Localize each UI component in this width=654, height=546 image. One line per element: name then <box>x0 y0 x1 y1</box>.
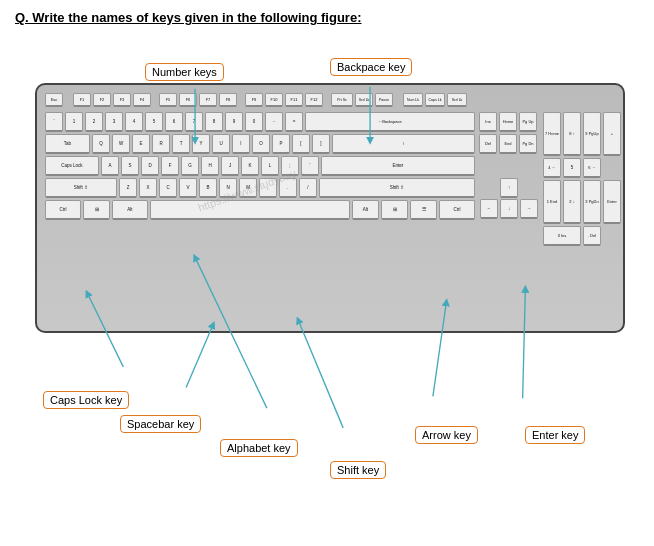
key-l: L <box>261 156 279 176</box>
key-semicolon: ; <box>281 156 299 176</box>
key-k: K <box>241 156 259 176</box>
key-w: W <box>112 134 130 154</box>
label-enter-key: Enter key <box>525 426 585 444</box>
key-num1: 1 End <box>543 180 561 224</box>
svg-line-3 <box>186 325 213 388</box>
key-period: . <box>279 178 297 198</box>
key-space <box>150 200 350 220</box>
key-num5: 5 <box>563 158 581 178</box>
key-f8: F8 <box>219 93 237 107</box>
key-r: R <box>152 134 170 154</box>
diagram-area: Esc F1 F2 F3 F4 F5 F6 F7 F8 F9 F10 F11 F… <box>15 33 639 523</box>
key-numdel: . Del <box>583 226 601 246</box>
arrow-lr-row: ← ↓ → <box>480 199 538 219</box>
key-num0: 0 Ins <box>543 226 581 246</box>
key-h: H <box>201 156 219 176</box>
key-num8: 8 ↑ <box>563 112 581 156</box>
label-spacebar-key: Spacebar key <box>120 415 201 433</box>
label-alphabet-key: Alphabet key <box>220 439 298 457</box>
keyboard-diagram: Esc F1 F2 F3 F4 F5 F6 F7 F8 F9 F10 F11 F… <box>35 83 625 333</box>
key-esc: Esc <box>45 93 63 107</box>
shift-row: Shift ⇧ Z X C V B N M , . / Shift ⇧ <box>45 178 475 198</box>
key-backspace: ←Backspace <box>305 112 475 132</box>
key-numplus: + <box>603 112 621 156</box>
key-2: 2 <box>85 112 103 132</box>
key-v: V <box>179 178 197 198</box>
key-end: End <box>499 134 517 154</box>
key-tab: Tab <box>45 134 90 154</box>
key-x: X <box>139 178 157 198</box>
key-ralt: Alt <box>352 200 379 220</box>
ctrl-row: Ctrl ⊞ Alt Alt ⊞ ☰ Ctrl <box>45 200 475 220</box>
key-up: ↑ <box>500 178 518 198</box>
key-backslash: \ <box>332 134 475 154</box>
key-lwin: ⊞ <box>83 200 110 220</box>
key-q: Q <box>92 134 110 154</box>
key-home: Home <box>499 112 517 132</box>
key-9: 9 <box>225 112 243 132</box>
key-num2: 2 ↓ <box>563 180 581 224</box>
key-left: ← <box>480 199 498 219</box>
key-num9: 9 PgUp <box>583 112 601 156</box>
key-e: E <box>132 134 150 154</box>
nav-row1: Ins Home Pg Up <box>479 112 539 132</box>
nav-row2: Del End Pg Dn <box>479 134 539 154</box>
key-7: 7 <box>185 112 203 132</box>
key-f: F <box>161 156 179 176</box>
key-scroll: Scrl Lk <box>355 93 373 107</box>
key-lalt: Alt <box>112 200 148 220</box>
arrow-up-row: ↑ <box>500 178 518 198</box>
key-rwin: ⊞ <box>381 200 408 220</box>
key-4: 4 <box>125 112 143 132</box>
key-backtick: ` <box>45 112 63 132</box>
key-insert: Ins <box>479 112 497 132</box>
fn-row: Esc F1 F2 F3 F4 F5 F6 F7 F8 F9 F10 F11 F… <box>45 93 615 109</box>
key-minus: - <box>265 112 283 132</box>
key-f7: F7 <box>199 93 217 107</box>
key-enter: Enter <box>321 156 475 176</box>
key-num4: 4 ← <box>543 158 561 178</box>
tab-row: Tab Q W E R T Y U I O P [ ] <box>45 134 475 154</box>
key-m: M <box>239 178 257 198</box>
key-p: P <box>272 134 290 154</box>
numpad-row1: 7 Home 8 ↑ 9 PgUp + <box>543 112 615 156</box>
keyboard: Esc F1 F2 F3 F4 F5 F6 F7 F8 F9 F10 F11 F… <box>35 83 625 333</box>
key-3: 3 <box>105 112 123 132</box>
key-prtsc: Prt Sc <box>331 93 353 107</box>
key-quote: ' <box>301 156 319 176</box>
key-num7: 7 Home <box>543 112 561 156</box>
key-f4: F4 <box>133 93 151 107</box>
number-row: ` 1 2 3 4 5 6 7 8 9 0 - = <box>45 112 475 132</box>
key-f9: F9 <box>245 93 263 107</box>
key-a: A <box>101 156 119 176</box>
key-6: 6 <box>165 112 183 132</box>
key-n: N <box>219 178 237 198</box>
key-scrolllock-ind: Scrl Lk <box>447 93 467 107</box>
key-num6: 6 → <box>583 158 601 178</box>
key-y: Y <box>192 134 210 154</box>
page: Q. Write the names of keys given in the … <box>0 0 654 546</box>
key-capslock: Caps Lock <box>45 156 99 176</box>
key-f2: F2 <box>93 93 111 107</box>
key-f12: F12 <box>305 93 323 107</box>
key-b: B <box>199 178 217 198</box>
key-z: Z <box>119 178 137 198</box>
key-8: 8 <box>205 112 223 132</box>
key-f11: F11 <box>285 93 303 107</box>
key-rbracket: ] <box>312 134 330 154</box>
key-f3: F3 <box>113 93 131 107</box>
key-j: J <box>221 156 239 176</box>
numpad-row3: 1 End 2 ↓ 3 PgDn Enter <box>543 180 615 224</box>
key-c: C <box>159 178 177 198</box>
key-rctrl: Ctrl <box>439 200 475 220</box>
question-text: Q. Write the names of keys given in the … <box>15 10 639 25</box>
key-pause: Pause <box>375 93 393 107</box>
svg-line-5 <box>298 320 343 428</box>
label-caps-lock-key: Caps Lock key <box>43 391 129 409</box>
key-capslock-ind: Caps Lk <box>425 93 445 107</box>
label-shift-key: Shift key <box>330 461 386 479</box>
key-s: S <box>121 156 139 176</box>
key-num3: 3 PgDn <box>583 180 601 224</box>
key-right: → <box>520 199 538 219</box>
key-slash: / <box>299 178 317 198</box>
